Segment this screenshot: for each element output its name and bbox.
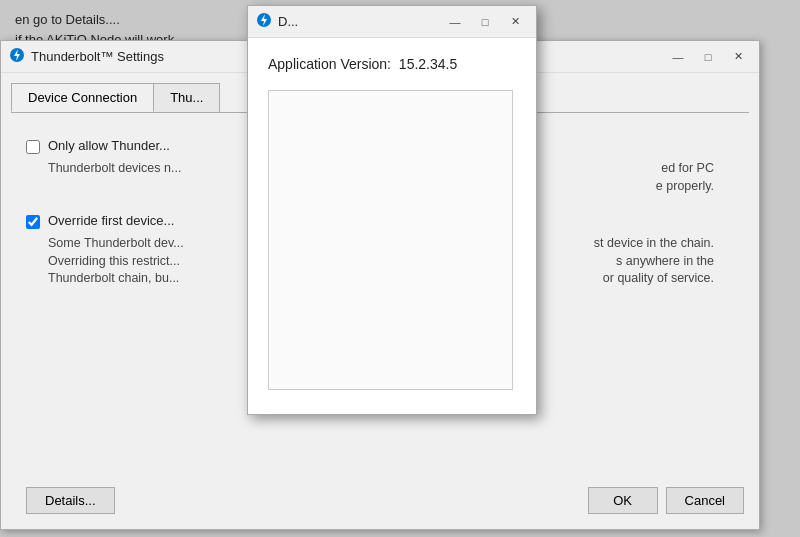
settings-window-title: Thunderbolt™ Settings <box>31 49 164 64</box>
version-label: Application Version: <box>268 56 391 72</box>
option2-desc-left: Some Thunderbolt dev... Overriding this … <box>48 235 184 288</box>
about-dialog: D... — □ ✕ Application Version: 15.2.34.… <box>247 5 537 415</box>
settings-title-area: Thunderbolt™ Settings <box>9 47 164 66</box>
about-maximize-button[interactable]: □ <box>472 12 498 32</box>
option1-label: Only allow Thunder... <box>48 138 170 153</box>
tab-device-connection[interactable]: Device Connection <box>11 83 154 112</box>
about-content-area <box>268 90 513 390</box>
about-titlebar-controls: — □ ✕ <box>442 12 528 32</box>
cancel-button[interactable]: Cancel <box>666 487 744 514</box>
option2-checkbox[interactable] <box>26 215 40 229</box>
option1-checkbox[interactable] <box>26 140 40 154</box>
version-value: 15.2.34.5 <box>399 56 457 72</box>
about-title-area: D... <box>256 12 298 31</box>
bg-line1: en go to Details.... <box>15 10 245 30</box>
thunderbolt-logo-icon <box>9 47 25 66</box>
tab-thunderbolt[interactable]: Thu... <box>153 83 220 112</box>
about-window-title: D... <box>278 14 298 29</box>
footer-buttons: OK Cancel <box>588 487 744 514</box>
details-button[interactable]: Details... <box>26 487 115 514</box>
option2-desc-right: st device in the chain. s anywhere in th… <box>594 235 714 288</box>
settings-maximize-button[interactable]: □ <box>695 47 721 67</box>
about-minimize-button[interactable]: — <box>442 12 468 32</box>
about-titlebar: D... — □ ✕ <box>248 6 536 38</box>
settings-titlebar-controls: — □ ✕ <box>665 47 751 67</box>
about-close-button[interactable]: ✕ <box>502 12 528 32</box>
option1-desc-right: ed for PC e properly. <box>656 160 714 195</box>
option2-label: Override first device... <box>48 213 174 228</box>
version-line: Application Version: 15.2.34.5 <box>268 56 516 72</box>
about-body: Application Version: 15.2.34.5 <box>248 38 536 408</box>
about-logo-icon <box>256 12 272 31</box>
option1-desc-left: Thunderbolt devices n... <box>48 160 181 195</box>
ok-button[interactable]: OK <box>588 487 658 514</box>
settings-minimize-button[interactable]: — <box>665 47 691 67</box>
settings-close-button[interactable]: ✕ <box>725 47 751 67</box>
